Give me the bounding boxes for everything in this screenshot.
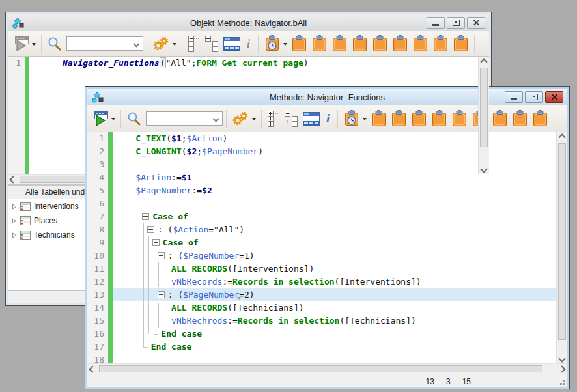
- maximize-icon: [453, 20, 460, 26]
- toolbar-separator: [41, 35, 42, 53]
- close-button[interactable]: [545, 91, 563, 103]
- expand-all-icon: [188, 36, 201, 52]
- clipboard-button[interactable]: [370, 35, 390, 53]
- table-icon: [20, 202, 31, 211]
- code-line[interactable]: End case: [113, 341, 567, 354]
- code-line[interactable]: vNbRechrods:=Records in selection([Techn…: [113, 315, 567, 328]
- back-title-bar[interactable]: Objekt Methode: Navigator.bAll: [8, 14, 489, 31]
- clipboard-button[interactable]: [430, 35, 451, 53]
- fold-toggle-icon[interactable]: [147, 226, 154, 233]
- fold-toggle-icon[interactable]: [158, 252, 165, 259]
- code-line[interactable]: : ($PageNumber=1): [113, 249, 567, 262]
- clipboard-button[interactable]: [530, 109, 550, 128]
- run-method-button[interactable]: [12, 35, 38, 53]
- clipboard-icon: [432, 35, 449, 52]
- fold-toggle-icon[interactable]: [158, 291, 165, 298]
- code-line[interactable]: C_LONGINT($2;$PageNumber): [113, 145, 567, 158]
- code-line[interactable]: [113, 158, 567, 171]
- code-line[interactable]: ALL RECORDS([Technicians]): [113, 301, 567, 315]
- code-line[interactable]: Case of: [113, 210, 567, 223]
- clipboard-button[interactable]: [510, 109, 530, 128]
- code-line[interactable]: $PageNumber:=$2: [113, 184, 567, 197]
- code-line[interactable]: [113, 197, 567, 210]
- scroll-down-arrow[interactable]: [479, 164, 489, 174]
- clipboard-icon: [311, 35, 328, 52]
- clipboard-button[interactable]: [410, 35, 430, 53]
- resize-grip[interactable]: [563, 383, 565, 385]
- table-icon: [20, 231, 31, 240]
- table-name: Technicians: [34, 231, 75, 240]
- code-line[interactable]: C_TEXT($1;$Action): [113, 132, 567, 145]
- clipboard-button[interactable]: [490, 109, 510, 128]
- code-line[interactable]: Case of: [113, 236, 567, 249]
- minimize-button[interactable]: [505, 91, 523, 103]
- clipboard-button[interactable]: [451, 35, 471, 53]
- modification-bar: [25, 57, 29, 174]
- code-line[interactable]: [113, 354, 567, 363]
- scrollbar-thumb[interactable]: [99, 365, 542, 372]
- search-icon: [45, 36, 64, 51]
- status-bar: 13 3 15: [87, 374, 567, 387]
- code-line[interactable]: Navigator_Functions("All";FORM Get curre…: [29, 57, 489, 70]
- toolbar-separator: [474, 35, 475, 53]
- line-number-gutter: 1: [8, 57, 25, 174]
- code-line[interactable]: vNbRecords:=Records in selection([Interv…: [113, 275, 567, 288]
- back-toolbar: i: [8, 31, 489, 57]
- clipboard-icon: [291, 35, 307, 52]
- back-window-title: Objekt Methode: Navigator.bAll: [8, 18, 489, 28]
- chevron-down-icon: [173, 43, 176, 48]
- clipboard-button[interactable]: [330, 35, 350, 53]
- front-code-editor: 123456789101112131415161718 C_TEXT($1;$A…: [87, 132, 567, 363]
- clipboard-button[interactable]: [309, 35, 330, 53]
- horizontal-scrollbar[interactable]: [87, 363, 567, 374]
- collapse-all-button[interactable]: [203, 35, 221, 53]
- method-window-icon: [12, 18, 24, 29]
- scroll-down-arrow[interactable]: [557, 354, 567, 363]
- clipboard-icon: [352, 35, 368, 52]
- clipboard-button[interactable]: [390, 35, 410, 53]
- status-value: 13: [426, 377, 434, 386]
- code-line[interactable]: : ($Action="All"): [113, 223, 567, 236]
- clipboard-button[interactable]: [350, 35, 370, 53]
- toolbar-separator: [182, 35, 182, 53]
- clipboard-icon: [372, 35, 388, 52]
- expand-all-button[interactable]: [186, 35, 203, 53]
- clipboard-icon: [512, 110, 528, 127]
- toolbar-separator: [258, 35, 259, 53]
- vertical-scrollbar[interactable]: [478, 57, 489, 174]
- method-properties-button[interactable]: [150, 35, 178, 52]
- scroll-right-arrow[interactable]: [557, 364, 567, 374]
- fold-toggle-icon[interactable]: [142, 213, 149, 220]
- code-line[interactable]: End case: [113, 328, 567, 341]
- minimize-button[interactable]: [427, 17, 445, 29]
- scroll-left-arrow[interactable]: [8, 175, 18, 184]
- info-button[interactable]: i: [242, 36, 255, 51]
- scrollbar-thumb[interactable]: [558, 143, 566, 340]
- maximize-button[interactable]: [447, 17, 465, 29]
- form-button[interactable]: [221, 36, 242, 51]
- clipboard-icon: [392, 35, 408, 52]
- method-window-icon: [91, 92, 104, 103]
- close-icon: [473, 20, 480, 26]
- expander-triangle-icon[interactable]: [12, 218, 17, 224]
- search-combobox[interactable]: [66, 36, 143, 51]
- expander-triangle-icon[interactable]: [12, 232, 17, 238]
- scroll-up-arrow[interactable]: [479, 57, 489, 66]
- scroll-up-arrow[interactable]: [557, 132, 567, 142]
- expander-triangle-icon[interactable]: [12, 204, 17, 210]
- clipboard-icon: [453, 35, 469, 52]
- code-line[interactable]: $Action:=$1: [113, 171, 567, 184]
- code-editor[interactable]: C_TEXT($1;$Action) C_LONGINT($2;$PageNum…: [113, 132, 567, 363]
- scrollbar-thumb[interactable]: [480, 68, 488, 147]
- code-line[interactable]: : ($PageNumber=2): [113, 288, 567, 301]
- form-icon: [223, 37, 240, 51]
- maximize-button[interactable]: [525, 91, 543, 103]
- close-button[interactable]: [467, 17, 485, 29]
- scroll-left-arrow[interactable]: [87, 364, 98, 374]
- fold-toggle-icon[interactable]: [152, 239, 160, 246]
- toolbar-separator: [147, 35, 147, 53]
- code-line[interactable]: ALL RECORDS([Interventions]): [113, 262, 567, 275]
- vertical-scrollbar[interactable]: [556, 132, 567, 363]
- clipboard-button[interactable]: [289, 35, 309, 53]
- macros-button[interactable]: [262, 35, 289, 53]
